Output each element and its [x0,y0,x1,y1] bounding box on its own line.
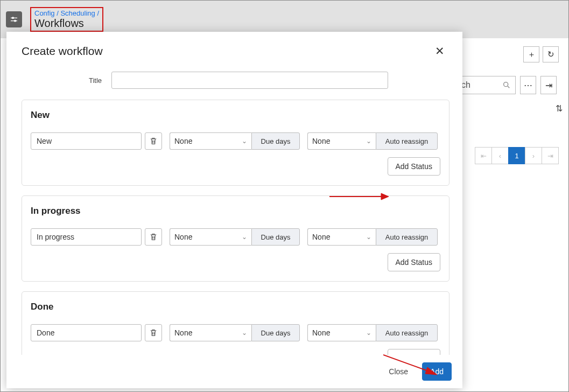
select-value: None [312,137,330,145]
auto-reassign-select[interactable]: None ⌄ [307,132,376,150]
due-days-group: None ⌄ Due days [170,228,300,246]
close-icon: ✕ [435,45,445,57]
due-days-select[interactable]: None ⌄ [170,132,251,150]
close-button[interactable]: ✕ [432,45,447,58]
annotation-arrow-2 [383,352,437,376]
delete-status-button[interactable] [145,132,162,150]
section-header: In progress [31,206,440,216]
status-input-group [31,228,162,246]
trash-icon [149,233,158,241]
delete-status-button[interactable] [145,324,162,341]
annotation-arrow-1 [329,191,389,202]
auto-reassign-select[interactable]: None ⌄ [307,324,376,341]
due-days-select[interactable]: None ⌄ [170,228,251,246]
status-name-input[interactable] [31,324,142,341]
auto-reassign-addon: Auto reassign [376,324,438,341]
modal-title: Create workflow [22,45,103,58]
auto-reassign-select[interactable]: None ⌄ [307,228,376,246]
due-days-group: None ⌄ Due days [170,324,300,341]
modal-body: Title New [6,63,458,355]
select-value: None [174,233,192,241]
delete-status-button[interactable] [145,228,162,246]
title-input[interactable] [111,72,388,89]
add-status-row: Add Status [31,157,440,176]
chevron-down-icon: ⌄ [366,137,371,145]
status-input-group [31,324,162,341]
due-days-group: None ⌄ Due days [170,132,300,150]
trash-icon [149,328,158,337]
due-days-addon: Due days [251,228,300,246]
title-label: Title [83,76,102,85]
section-in-progress: In progress None ⌄ [22,195,449,282]
add-status-row: Add Status [31,349,440,355]
svg-marker-7 [381,193,389,200]
chevron-down-icon: ⌄ [242,233,247,241]
status-name-input[interactable] [31,132,142,150]
status-input-group [31,132,162,150]
add-status-row: Add Status [31,253,440,271]
select-value: None [312,328,330,337]
create-workflow-modal: Create workflow ✕ Title New [6,32,462,388]
auto-reassign-group: None ⌄ Auto reassign [307,228,438,246]
status-row: None ⌄ Due days None ⌄ Auto reassign [31,132,440,150]
auto-reassign-group: None ⌄ Auto reassign [307,324,438,341]
auto-reassign-addon: Auto reassign [376,132,438,150]
modal-overlay: Create workflow ✕ Title New [1,1,568,391]
status-row: None ⌄ Due days None ⌄ Auto reassign [31,228,440,246]
svg-line-8 [383,355,430,372]
add-status-button[interactable]: Add Status [388,253,441,271]
auto-reassign-addon: Auto reassign [376,228,438,246]
add-status-button[interactable]: Add Status [388,157,441,176]
chevron-down-icon: ⌄ [366,329,371,337]
chevron-down-icon: ⌄ [366,233,371,241]
select-value: None [174,328,192,337]
svg-marker-9 [425,367,437,375]
section-header: Done [31,302,440,312]
status-row: None ⌄ Due days None ⌄ Auto reassign [31,324,440,341]
chevron-down-icon: ⌄ [242,329,247,337]
section-header: New [31,110,440,121]
section-new: New None ⌄ [22,100,449,186]
due-days-addon: Due days [251,132,300,150]
title-row: Title [22,72,449,89]
section-done: Done None ⌄ [22,291,449,355]
select-value: None [174,137,192,145]
due-days-addon: Due days [251,324,300,341]
trash-icon [149,137,158,145]
due-days-select[interactable]: None ⌄ [170,324,251,341]
chevron-down-icon: ⌄ [242,137,247,145]
status-name-input[interactable] [31,228,142,246]
modal-header: Create workflow ✕ [6,32,462,63]
auto-reassign-group: None ⌄ Auto reassign [307,132,438,150]
select-value: None [312,233,330,241]
